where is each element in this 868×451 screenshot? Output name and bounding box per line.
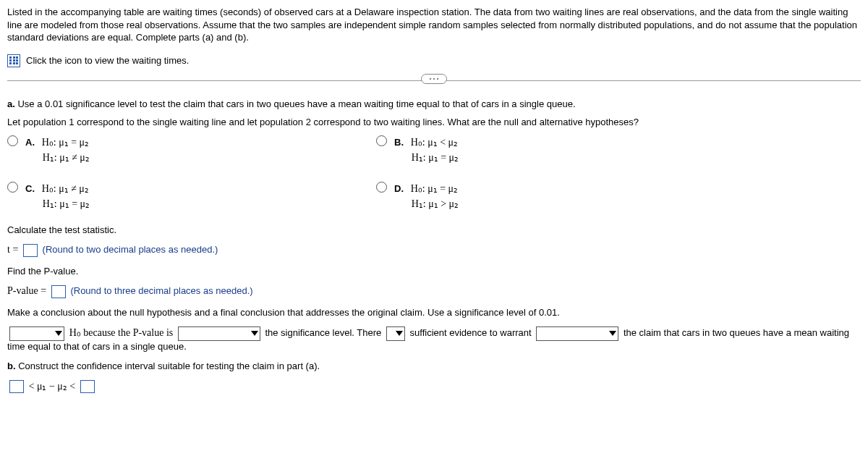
radio-d[interactable]: [376, 182, 387, 193]
find-p-label: Find the P-value.: [7, 266, 861, 277]
radio-b[interactable]: [376, 135, 387, 146]
option-c-h0: H₀: μ₁ ≠ μ₂: [42, 183, 89, 194]
p-input[interactable]: [51, 285, 66, 298]
option-b-h0: H₀: μ₁ < μ₂: [411, 137, 458, 148]
ci-upper-input[interactable]: [80, 380, 95, 393]
option-d-label: D.: [394, 183, 404, 194]
t-hint: (Round to two decimal places as needed.): [43, 244, 218, 255]
ci-mid: μ₁ − μ₂: [37, 381, 67, 392]
conclusion-sig-seg: the significance level. There: [265, 327, 384, 338]
ci-lt1: <: [29, 381, 35, 392]
radio-a[interactable]: [7, 135, 18, 146]
ci-lower-input[interactable]: [9, 380, 24, 393]
part-a-text: Use a 0.01 significance level to test th…: [17, 98, 575, 109]
select-compare[interactable]: [178, 326, 260, 341]
click-icon-text[interactable]: Click the icon to view the waiting times…: [26, 55, 189, 66]
t-input[interactable]: [23, 244, 38, 257]
option-a-h0: H₀: μ₁ = μ₂: [42, 137, 89, 148]
option-d-h0: H₀: μ₁ = μ₂: [411, 183, 458, 194]
option-a-label: A.: [25, 137, 35, 148]
expand-pill[interactable]: [421, 74, 447, 84]
option-a[interactable]: A. H₀: μ₁ = μ₂ H₁: μ₁ ≠ μ₂: [7, 135, 347, 165]
part-b-lead: b.: [7, 361, 16, 371]
calc-stat-label: Calculate the test statistic.: [7, 224, 861, 235]
problem-intro: Listed in the accompanying table are wai…: [7, 6, 861, 44]
option-b-label: B.: [394, 137, 404, 148]
part-a-sub: Let population 1 correspond to the singl…: [7, 117, 861, 127]
option-c-label: C.: [25, 183, 35, 194]
select-reject[interactable]: [9, 326, 64, 341]
conclusion-h0-seg: H₀ because the P-value is: [69, 327, 176, 338]
conclusion-sentence: H₀ because the P-value is the significan…: [7, 326, 861, 352]
chevron-down-icon: [55, 331, 62, 336]
option-d[interactable]: D. H₀: μ₁ = μ₂ H₁: μ₁ > μ₂: [376, 181, 716, 211]
t-prefix: t =: [7, 244, 18, 255]
chevron-down-icon: [251, 331, 258, 336]
option-c[interactable]: C. H₀: μ₁ ≠ μ₂ H₁: μ₁ = μ₂: [7, 181, 347, 211]
radio-c[interactable]: [7, 182, 18, 193]
ci-expression: < μ₁ − μ₂ <: [7, 380, 861, 394]
part-b-text: Construct the confidence interval suitab…: [18, 361, 320, 371]
select-rejection[interactable]: [536, 326, 618, 341]
option-c-h1: H₁: μ₁ = μ₂: [43, 198, 90, 209]
chevron-down-icon: [396, 331, 403, 336]
chevron-down-icon: [609, 331, 616, 336]
option-b[interactable]: B. H₀: μ₁ < μ₂ H₁: μ₁ = μ₂: [376, 135, 716, 165]
conclusion-suff-seg: sufficient evidence to warrant: [410, 327, 535, 338]
table-icon[interactable]: [7, 54, 20, 67]
option-d-h1: H₁: μ₁ > μ₂: [412, 198, 459, 209]
option-a-h1: H₁: μ₁ ≠ μ₂: [43, 152, 90, 163]
conclusion-prompt: Make a conclusion about the null hypothe…: [7, 307, 861, 318]
hypothesis-options: A. H₀: μ₁ = μ₂ H₁: μ₁ ≠ μ₂ B. H₀: μ₁ < μ…: [7, 135, 716, 211]
ci-lt2: <: [69, 381, 75, 392]
part-a-lead: a.: [7, 98, 15, 109]
p-prefix: P-value =: [7, 285, 46, 296]
option-b-h1: H₁: μ₁ = μ₂: [412, 152, 459, 163]
p-hint: (Round to three decimal places as needed…: [70, 285, 252, 296]
select-isnot[interactable]: [386, 326, 405, 341]
